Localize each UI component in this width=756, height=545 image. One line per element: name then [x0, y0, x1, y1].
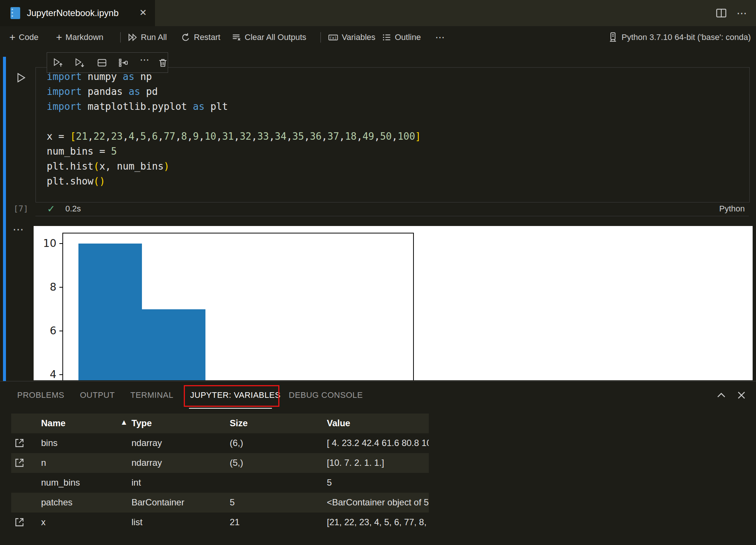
annotation-red-box: [184, 385, 279, 407]
cell-size: 5: [230, 497, 235, 508]
variable-row-x[interactable]: xlist21[21, 22, 23, 4, 5, 6, 77, 8, 9, 1…: [11, 513, 429, 532]
table-header-row: NameTypeSizeValue▲: [11, 414, 429, 433]
cell-type: ndarray: [131, 438, 162, 448]
cell-size: (6,): [230, 438, 243, 448]
cell-language-picker[interactable]: Python: [719, 204, 745, 214]
restart-button[interactable]: Restart: [181, 26, 220, 49]
cell-name: patches: [41, 497, 72, 508]
panel-tab-problems[interactable]: PROBLEMS: [17, 390, 64, 400]
close-panel-icon[interactable]: [736, 390, 747, 401]
y-tick-mark: [59, 374, 62, 375]
editor-more-actions-icon[interactable]: ⋯: [737, 7, 748, 19]
variable-row-bins[interactable]: binsndarray(6,)[ 4. 23.2 42.4 61.6 80.8 …: [11, 433, 429, 453]
y-tick-mark: [59, 287, 62, 288]
clear-all-outputs-button[interactable]: Clear All Outputs: [232, 26, 306, 49]
cell-value: 5: [327, 477, 332, 488]
bottom-panel: PROBLEMSOUTPUTTERMINALJUPYTER: VARIABLES…: [0, 381, 756, 545]
outline-button[interactable]: Outline: [382, 26, 421, 49]
column-header-size[interactable]: Size: [230, 418, 248, 428]
sort-ascending-icon[interactable]: ▲: [120, 418, 128, 427]
cell-name: num_bins: [41, 477, 80, 488]
panel-tab-bar: PROBLEMSOUTPUTTERMINALJUPYTER: VARIABLES…: [0, 381, 756, 411]
cell-value: <BarContainer object of 5 artists>: [327, 497, 429, 508]
run-all-button[interactable]: Run All: [128, 26, 167, 49]
kernel-picker[interactable]: Python 3.7.10 64-bit ('base': conda): [608, 26, 751, 49]
code-line: import pandas as pd: [47, 84, 421, 99]
execute-cell-and-below-icon[interactable]: [74, 58, 85, 68]
code-line: plt.show(): [47, 174, 421, 189]
axes-frame: [62, 233, 414, 380]
cell-value: [21, 22, 23, 4, 5, 6, 77, 8, 9, 10, 31, …: [327, 517, 429, 527]
code-line: x = [21,22,23,4,5,6,77,8,9,10,31,32,33,3…: [47, 129, 421, 144]
run-all-icon: [128, 32, 137, 42]
variable-row-patches[interactable]: patchesBarContainer5<BarContainer object…: [11, 493, 429, 513]
maximize-panel-icon[interactable]: [716, 390, 727, 401]
variable-row-num_bins[interactable]: num_binsint5: [11, 473, 429, 493]
cell-size: 21: [230, 517, 240, 527]
outline-icon: [382, 32, 391, 42]
cell-value: [ 4. 23.2 42.4 61.6 80.8 100. ]: [327, 438, 429, 448]
cell-type: ndarray: [131, 458, 162, 468]
delete-cell-icon[interactable]: [158, 58, 168, 68]
execute-above-cells-icon[interactable]: [53, 58, 63, 68]
code-line: num_bins = 5: [47, 144, 421, 159]
cell-type: list: [131, 517, 142, 527]
output-options-icon[interactable]: ⋯: [13, 223, 24, 236]
selected-cell-indicator: [3, 57, 6, 388]
code-line: [47, 114, 421, 129]
debug-cell-icon[interactable]: [118, 58, 128, 68]
cell-more-actions-icon[interactable]: ⋯: [140, 54, 150, 66]
cell-type: int: [131, 477, 141, 488]
execution-count: [7]: [13, 204, 28, 213]
panel-tab-terminal[interactable]: TERMINAL: [130, 390, 173, 400]
cell-code[interactable]: import numpy as npimport pandas as pdimp…: [47, 69, 421, 189]
active-tab-underline: [189, 408, 272, 409]
toolbar-divider: [120, 32, 121, 43]
y-tick-label: 8: [34, 281, 56, 293]
split-cell-icon[interactable]: [97, 58, 107, 68]
restart-icon: [181, 32, 190, 42]
notebook-toolbar: +Code +Markdown Run All Restart Clear Al…: [0, 26, 756, 49]
plus-icon: +: [56, 32, 62, 43]
success-check-icon: ✓: [47, 203, 55, 215]
editor-tab-jupyternotebook[interactable]: JupyterNotebook.ipynb ✕: [0, 0, 155, 26]
cell-name: bins: [41, 438, 58, 448]
add-code-cell-button[interactable]: +Code: [9, 26, 38, 49]
open-in-data-viewer-icon[interactable]: [14, 458, 25, 468]
split-editor-icon[interactable]: [716, 7, 727, 19]
svg-text:(x): (x): [329, 35, 337, 40]
toolbar-divider: [320, 32, 321, 43]
open-in-data-viewer-icon[interactable]: [14, 517, 25, 527]
panel-tab-debug-console[interactable]: DEBUG CONSOLE: [289, 390, 363, 400]
histogram-figure: 10864: [34, 226, 753, 380]
clear-outputs-icon: [232, 32, 241, 42]
y-tick-label: 4: [34, 368, 56, 380]
tab-close-icon[interactable]: ✕: [139, 7, 147, 18]
variables-button[interactable]: (x) Variables: [328, 26, 375, 49]
run-cell-button[interactable]: [15, 72, 27, 84]
cell-name: x: [41, 517, 46, 527]
column-header-value[interactable]: Value: [327, 418, 350, 428]
column-header-name[interactable]: Name: [41, 418, 65, 428]
column-header-type[interactable]: Type: [131, 418, 152, 428]
variables-icon: (x): [328, 32, 338, 42]
open-in-data-viewer-icon[interactable]: [14, 438, 25, 448]
cell-size: (5,): [230, 458, 243, 468]
cell-toolbar: ⋯: [47, 52, 168, 73]
y-tick-mark: [59, 331, 62, 331]
kernel-icon: [608, 32, 618, 43]
notebook-file-icon: [10, 7, 20, 19]
panel-tab-output[interactable]: OUTPUT: [80, 390, 115, 400]
execution-duration: 0.2s: [65, 204, 81, 214]
toolbar-more-icon[interactable]: ⋯: [435, 26, 445, 49]
tab-title: JupyterNotebook.ipynb: [27, 8, 118, 18]
variables-table: NameTypeSizeValue▲binsndarray(6,)[ 4. 23…: [11, 414, 429, 532]
cell-divider: [35, 216, 749, 216]
editor-tab-bar: JupyterNotebook.ipynb ✕ ⋯: [0, 0, 756, 26]
cell-name: n: [41, 458, 46, 468]
add-markdown-cell-button[interactable]: +Markdown: [56, 26, 103, 49]
y-tick-mark: [59, 243, 62, 244]
variable-row-n[interactable]: nndarray(5,)[10. 7. 2. 1. 1.]: [11, 453, 429, 473]
code-line: plt.hist(x, num_bins): [47, 159, 421, 174]
plus-icon: +: [9, 32, 15, 43]
